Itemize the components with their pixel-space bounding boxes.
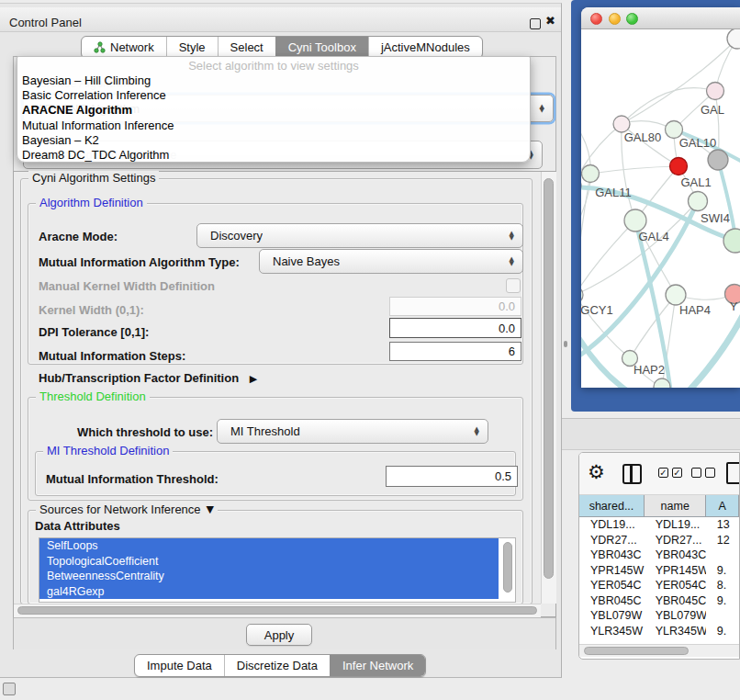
table-row[interactable]: YBL079WYBL079W xyxy=(579,608,739,624)
select-all-checkbox-icon[interactable]: ✓ xyxy=(658,468,668,478)
algorithm-option[interactable]: Basic Correlation Inference xyxy=(17,88,530,103)
attribute-item-selected[interactable]: TopologicalCoefficient xyxy=(39,554,499,570)
column-header-shared[interactable]: shared... xyxy=(579,495,645,517)
network-edge[interactable] xyxy=(666,305,740,388)
gear-icon[interactable]: ⚙ xyxy=(588,461,605,483)
list-scrollbar-thumb[interactable] xyxy=(503,542,512,593)
tab-style[interactable]: Style xyxy=(166,37,218,58)
table-cell: YBR043C xyxy=(579,548,645,563)
algorithm-option[interactable]: ARACNE Algorithm xyxy=(17,103,530,118)
table-row[interactable]: YER054CYER054C8. xyxy=(579,578,739,593)
zoom-traffic-light[interactable] xyxy=(626,13,638,25)
hub-definition-toggle[interactable]: Hub/Transcription Factor Definition ▶ xyxy=(39,371,257,385)
combobox-value: MI Threshold xyxy=(218,424,300,438)
network-edge[interactable] xyxy=(718,160,735,238)
table-row[interactable]: YPR145WYPR145W9. xyxy=(579,563,739,579)
close-traffic-light[interactable] xyxy=(590,13,602,25)
screen: { "control_panel": { "title": "Control P… xyxy=(0,0,740,700)
network-node[interactable] xyxy=(689,192,708,211)
mi-threshold-field[interactable]: 0.5 xyxy=(386,466,518,487)
table-row[interactable]: YDR27...YDR27...12 xyxy=(579,533,739,548)
table-horizontal-scrollbar[interactable] xyxy=(579,644,739,657)
network-window[interactable]: GALGAL80GAL10GAL1GAL11SWI4GAL4GCY1HAP4YH… xyxy=(581,7,740,388)
node-label: GAL xyxy=(701,103,724,117)
tab-select[interactable]: Select xyxy=(218,37,275,58)
table-panel-titlebar: Table Panel xyxy=(562,418,740,450)
table-cell: YBL079W xyxy=(579,608,645,624)
table-row[interactable]: YLR345WYLR345W9. xyxy=(579,624,739,639)
table-row[interactable]: YIL052CYIL052C9. xyxy=(579,638,739,640)
tab-cyni-toolbox[interactable]: Cyni Toolbox xyxy=(275,37,368,58)
select-all-checkbox2-icon[interactable]: ✓ xyxy=(672,468,682,478)
attribute-item-selected[interactable]: BetweennessCentrality xyxy=(39,569,499,584)
restore-panel-icon[interactable] xyxy=(3,683,16,695)
network-canvas[interactable]: GALGAL80GAL10GAL1GAL11SWI4GAL4GCY1HAP4YH… xyxy=(581,29,740,388)
mi-threshold-label: Mutual Information Threshold: xyxy=(46,472,219,486)
split-columns-icon[interactable] xyxy=(622,464,642,484)
threshold-definition-title: Threshold Definition xyxy=(36,390,150,403)
tab-infer-network[interactable]: Infer Network xyxy=(330,655,425,676)
panel-title: Control Panel xyxy=(9,16,82,29)
data-attributes-label: Data Attributes xyxy=(35,519,120,533)
network-node[interactable] xyxy=(723,229,740,253)
apply-button[interactable]: Apply xyxy=(246,624,312,646)
horizontal-scrollbar-thumb[interactable] xyxy=(17,606,537,615)
deselect-all-checkbox2-icon[interactable] xyxy=(705,468,715,478)
algorithm-option[interactable]: Dream8 DC_TDC Algorithm xyxy=(17,148,530,163)
table-cell: 9. xyxy=(706,638,739,640)
vertical-scrollbar[interactable] xyxy=(541,172,556,604)
table-cell: 9. xyxy=(706,593,739,609)
column-header-A[interactable]: A xyxy=(706,495,739,517)
table-body: YDL19...YDL19...13YDR27...YDR27...12YBR0… xyxy=(579,517,739,640)
network-node[interactable] xyxy=(581,287,583,303)
tab-jactivemnodules[interactable]: jActiveMNodules xyxy=(368,37,482,58)
minimize-traffic-light[interactable] xyxy=(609,13,621,25)
manual-kernel-label: Manual Kernel Width Definition xyxy=(39,279,215,293)
table-hscroll-thumb[interactable] xyxy=(584,647,689,655)
network-window-titlebar[interactable] xyxy=(581,7,740,29)
mi-steps-label: Mutual Information Steps: xyxy=(39,349,185,363)
algorithm-option[interactable]: Mutual Information Inference xyxy=(17,119,530,133)
algorithm-option[interactable]: Bayesian – K2 xyxy=(17,133,530,148)
apply-button-label: Apply xyxy=(264,628,295,642)
node-label: GAL1 xyxy=(680,175,711,189)
network-node[interactable] xyxy=(670,158,688,175)
mi-steps-field[interactable]: 6 xyxy=(389,342,521,361)
splitter-handle[interactable] xyxy=(564,341,567,347)
attribute-item-selected[interactable]: SelfLoops xyxy=(39,538,499,554)
sources-title[interactable]: Sources for Network Inference ▼ xyxy=(36,502,218,516)
dpi-tolerance-field[interactable]: 0.0 xyxy=(389,318,521,338)
network-edge[interactable] xyxy=(630,295,676,358)
tab-impute-data[interactable]: Impute Data xyxy=(135,655,224,676)
table-cell: YER054C xyxy=(645,578,706,593)
data-attributes-list[interactable]: SelfLoopsTopologicalCoefficientBetweenne… xyxy=(39,537,516,603)
table-row[interactable]: YBR043CYBR043C xyxy=(579,548,739,563)
network-edge[interactable] xyxy=(581,220,635,295)
close-icon[interactable]: ✖ xyxy=(545,14,555,28)
algorithm-option[interactable]: Bayesian – Hill Climbing xyxy=(17,73,530,88)
algorithm-popup-list: Select algorithm to view settings Bayesi… xyxy=(17,56,531,163)
tab-discretize-data[interactable]: Discretize Data xyxy=(224,655,330,676)
table-row[interactable]: YBR045CYBR045C9. xyxy=(579,593,739,609)
tab-network[interactable]: Network xyxy=(82,37,166,58)
column-header-name[interactable]: name xyxy=(645,495,706,517)
mi-type-combobox[interactable]: Naive Bayes ▲▼ xyxy=(259,249,523,274)
network-node[interactable] xyxy=(666,285,686,305)
vertical-scrollbar-thumb[interactable] xyxy=(544,178,554,579)
network-node[interactable] xyxy=(582,165,600,183)
network-node[interactable] xyxy=(708,150,728,170)
table-header-row: shared...nameA xyxy=(579,495,739,517)
aracne-mode-combobox[interactable]: Discovery ▲▼ xyxy=(196,223,523,248)
hub-definition-label: Hub/Transcription Factor Definition xyxy=(39,371,239,385)
which-threshold-combobox[interactable]: MI Threshold ▲▼ xyxy=(217,419,488,444)
deselect-all-checkbox-icon[interactable] xyxy=(691,468,701,478)
network-node[interactable] xyxy=(624,209,646,231)
table-row[interactable]: YDL19...YDL19...13 xyxy=(579,517,739,533)
float-window-icon[interactable] xyxy=(530,18,541,29)
export-table-icon[interactable] xyxy=(726,462,740,484)
manual-kernel-checkbox[interactable] xyxy=(506,278,521,293)
horizontal-scrollbar[interactable] xyxy=(14,604,541,617)
attribute-item-selected[interactable]: gal4RGexp xyxy=(39,584,499,600)
network-edge[interactable] xyxy=(590,166,678,174)
network-node[interactable] xyxy=(707,83,724,100)
